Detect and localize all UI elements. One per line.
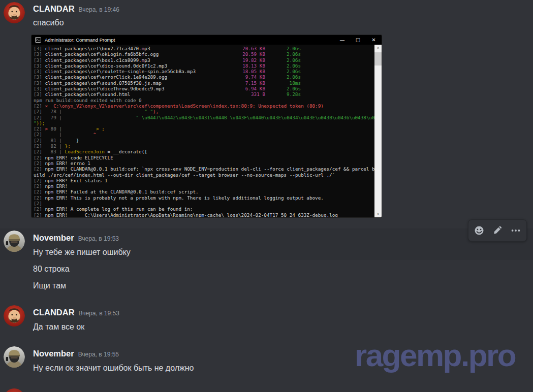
terminal-line: [2] × C:\onyx_V2\onyx_V2\server\src\cef\… [34,103,382,109]
avatar-november[interactable] [4,231,25,252]
pencil-icon [492,225,503,236]
terminal-line: [2] npm ERR! code ELIFECYCLE [34,155,382,160]
username[interactable]: CLANDAR [33,307,75,318]
terminal-line: [3] client_packages\cef\box2.71ca3470.mp… [34,46,382,51]
cmd-console: [3] client_packages\cef\box2.71ca3470.mp… [32,45,382,217]
terminal-line: [2] npm ERR! This is probably not a prob… [34,195,382,201]
terminal-line: [2] > 80 | > ; [34,126,382,132]
clandar-avatar-image [4,305,25,326]
edit-button[interactable] [489,222,506,239]
window-controls: — □ ✕ [334,35,382,45]
avatar-clandar[interactable] [4,2,25,23]
minimize-icon: — [334,35,350,45]
scroll-up-icon: ∧ [374,45,382,51]
username[interactable]: November [33,232,74,243]
terminal-line: uild ./src/cef/index.html --out-dir clie… [34,172,382,178]
emoji-icon [474,225,484,236]
terminal-line: [3] client_packages\cef\okLogin.fa6b5bfc… [34,51,382,57]
terminal-line: [2] npm ERR! CLANDAR@0.0.1 build:cef: `n… [34,166,382,172]
scroll-down-icon: ∨ [374,211,382,217]
terminal-line: [2] 79 | " \u0447\u0442\u043E\u0431\u044… [34,115,382,120]
terminal-line: [2] 78 | " "), [34,109,382,114]
avatar-clandar[interactable] [4,305,25,326]
terminal-line: [2] 81 | } [34,138,382,143]
terminal-line: [3] client_packages\cef\sound.html331 B9… [34,91,382,97]
message-text: Да там все ок [33,321,84,333]
terminal-line: [3] client_packages\cef\sound.07505f30.j… [34,80,382,86]
message-actions-toolbar [468,219,527,242]
terminal-line: ")); [34,120,382,126]
avatar-november[interactable] [4,346,25,368]
terminal-line: [3] client_packages\cef\errorClick.1e94e… [34,74,382,80]
terminal-line: [2] 83 | LoadScreenJoin = __decorate([ [34,149,382,154]
close-icon: ✕ [366,35,382,45]
terminal-line: [2] npm ERR! Exit status 1 [34,178,382,183]
message-text: Ну тебе же пишет ошибку [33,246,131,258]
terminal-line: [2] npm ERR! A complete log of this run … [34,206,382,212]
more-button[interactable] [507,222,524,239]
november-avatar-image [4,346,25,368]
username[interactable]: CLANDAR [33,3,75,14]
terminal-line: [2] | ^ [34,132,382,137]
add-reaction-button[interactable] [471,222,488,239]
terminal-line: [3] client_packages\cef\box1.c1ca8099.mp… [34,57,382,63]
discord-chat-view: CLANDAR Вчера, в 19:46 спасибо Administr… [0,0,533,392]
watermark: ragemp.pro [355,337,515,373]
terminal-line: [2] npm ERR! [34,183,382,189]
terminal-line: [2] npm ERR! C:\Users\Administrator\AppD… [34,212,382,217]
terminal-line: [2] npm ERR! errno 1 [34,160,382,166]
ellipsis-icon [511,225,521,236]
cmd-titlebar: Administrator: Command Prompt — □ ✕ [32,35,382,45]
terminal-line: [2] npm ERR! Failed at the CLANDAR@0.0.1… [34,189,382,194]
cmd-window-title: Administrator: Command Prompt [45,37,115,43]
cmd-icon [35,37,41,43]
message-text: спасибо [33,17,64,29]
terminal-line: [2] [34,201,382,206]
message-timestamp: Вчера, в 19:46 [79,6,119,13]
november-avatar-image [4,231,25,252]
cmd-scrollbar: ∧ ∨ [374,45,382,217]
scrollbar-thumb [374,52,382,66]
message-timestamp: Вчера, в 19:53 [78,235,119,242]
username[interactable]: November [33,348,74,359]
terminal-line: [3] client_packages\cef\diceThrow.9dbedc… [34,86,382,91]
terminal-line: [3] client_packages\cef\roulette-single-… [34,69,382,74]
attachment-terminal-screenshot[interactable]: Administrator: Command Prompt — □ ✕ [3] … [32,35,382,217]
message-text: Ищи там [33,280,66,292]
clandar-avatar-image [4,2,25,23]
terminal-line: [2] 82 | }; [34,143,382,149]
terminal-line: [3] client_packages\cef\dice-sound.0dc0f… [34,63,382,69]
message-timestamp: Вчера, в 19:55 [78,351,119,358]
message-timestamp: Вчера, в 19:53 [79,310,119,317]
avatar-clandar-partial [4,388,25,392]
message-text: Ну если ок значит ошибок быть не должно [33,362,194,374]
message-text: 80 строка [33,263,70,275]
terminal-output: [3] client_packages\cef\box2.71ca3470.mp… [32,45,382,217]
maximize-icon: □ [350,35,366,45]
terminal-line: npm run build:sound exited with code 0 [34,97,382,103]
